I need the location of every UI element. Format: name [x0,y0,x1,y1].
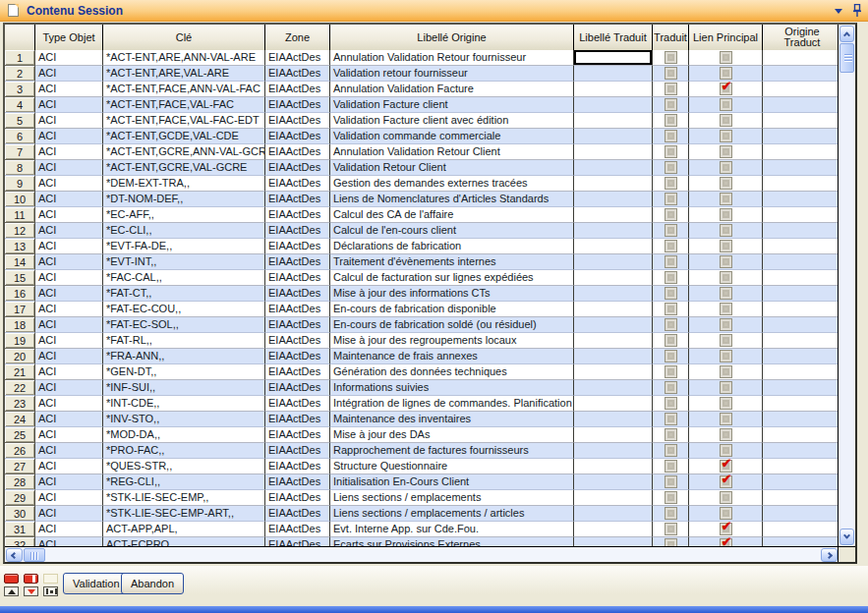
cell-cle[interactable]: *ACT-ENT,FACE,ANN-VAL-FAC [103,82,265,97]
cell-libelle-traduit[interactable] [574,349,653,364]
cell-cle[interactable]: *FRA-ANN,, [103,349,265,364]
cell-zone[interactable]: EIAActDes [265,160,330,176]
cell-type-objet[interactable]: ACI [35,506,103,522]
row-number[interactable]: 27 [5,459,35,474]
cell-origine-traduct[interactable] [763,66,838,82]
row-number[interactable]: 15 [5,270,35,286]
row-number[interactable]: 11 [5,207,35,223]
cell-cle[interactable]: ACT-ECPRO [103,537,265,546]
cell-zone[interactable]: EIAActDes [265,254,330,270]
cell-libelle-origine[interactable]: Annulation Validation Facture [330,82,574,97]
header-cle[interactable]: Clé [103,25,265,50]
cell-libelle-traduit[interactable] [574,490,653,506]
cell-zone[interactable]: EIAActDes [265,443,330,459]
cell-libelle-traduit[interactable] [574,537,653,546]
row-number[interactable]: 9 [5,176,35,192]
cell-libelle-traduit[interactable] [574,286,653,302]
cell-type-objet[interactable]: ACI [35,459,103,474]
lien-principal-checkbox[interactable] [720,460,732,473]
cell-libelle-origine[interactable]: Validation Retour Client [330,160,574,176]
row-number[interactable]: 6 [5,129,35,144]
cell-type-objet[interactable]: ACI [35,474,103,490]
cell-zone[interactable]: EIAActDes [265,522,330,537]
cell-libelle-origine[interactable]: Structure Questionnaire [330,459,574,474]
cell-type-objet[interactable]: ACI [35,286,103,302]
cell-libelle-traduit[interactable] [574,66,653,82]
cell-origine-traduct[interactable] [763,474,838,490]
row-number[interactable]: 21 [5,364,35,380]
lien-principal-checkbox[interactable] [720,130,732,142]
cell-origine-traduct[interactable] [763,302,838,317]
cell-libelle-traduit[interactable] [574,380,653,396]
cell-libelle-origine[interactable]: Informations suivies [330,380,574,396]
cell-type-objet[interactable]: ACI [35,412,103,427]
row-number[interactable]: 14 [5,254,35,270]
cell-cle[interactable]: *INV-STO,, [103,412,265,427]
scroll-down-button[interactable] [839,529,854,545]
cell-libelle-traduit[interactable] [574,113,653,129]
cell-zone[interactable]: EIAActDes [265,223,330,239]
traduit-checkbox[interactable] [665,224,677,237]
cell-libelle-traduit[interactable] [574,82,653,97]
cell-zone[interactable]: EIAActDes [265,270,330,286]
cell-libelle-traduit[interactable] [574,333,653,349]
cell-origine-traduct[interactable] [763,286,838,302]
cell-type-objet[interactable]: ACI [35,537,103,546]
cell-type-objet[interactable]: ACI [35,427,103,443]
row-number[interactable]: 24 [5,412,35,427]
cell-zone[interactable]: EIAActDes [265,474,330,490]
scroll-right-button[interactable] [821,548,838,562]
cell-cle[interactable]: *FAT-EC-SOL,, [103,317,265,333]
cell-type-objet[interactable]: ACI [35,443,103,459]
traduit-checkbox[interactable] [665,130,677,142]
row-number[interactable]: 13 [5,239,35,254]
cell-zone[interactable]: EIAActDes [265,239,330,254]
cell-cle[interactable]: *PRO-FAC,, [103,443,265,459]
cell-origine-traduct[interactable] [763,50,838,66]
vertical-scroll-track[interactable] [839,73,855,528]
row-number[interactable]: 1 [5,50,35,66]
cell-libelle-traduit[interactable] [574,223,653,239]
traduit-checkbox[interactable] [665,444,677,457]
cell-zone[interactable]: EIAActDes [265,66,330,82]
cell-type-objet[interactable]: ACI [35,317,103,333]
cell-zone[interactable]: EIAActDes [265,302,330,317]
cell-cle[interactable]: *ACT-ENT,ARE,VAL-ARE [103,66,265,82]
cell-libelle-traduit[interactable] [574,97,653,113]
cell-origine-traduct[interactable] [763,270,838,286]
cell-origine-traduct[interactable] [763,160,838,176]
traduit-checkbox[interactable] [665,303,677,315]
nav-page-up-button[interactable] [24,574,38,584]
cell-libelle-origine[interactable]: Validation commande commerciale [330,129,574,144]
cell-cle[interactable]: *MOD-DA,, [103,427,265,443]
cell-origine-traduct[interactable] [763,412,838,427]
lien-principal-checkbox[interactable] [720,98,732,111]
horizontal-scroll-thumb[interactable] [24,548,45,562]
cell-zone[interactable]: EIAActDes [265,537,330,546]
cell-origine-traduct[interactable] [763,443,838,459]
cell-libelle-origine[interactable]: Génération des données techniques [330,364,574,380]
cell-libelle-origine[interactable]: Traitement d'évènements internes [330,254,574,270]
traduit-checkbox[interactable] [665,507,677,520]
cell-libelle-origine[interactable]: Calcul de l'en-cours client [330,223,574,239]
cell-libelle-origine[interactable]: Calcul des CA de l'affaire [330,207,574,223]
cell-origine-traduct[interactable] [763,97,838,113]
cell-libelle-traduit[interactable] [574,302,653,317]
cell-libelle-origine[interactable]: Annulation Validation Retour fournisseur [330,50,574,66]
cell-cle[interactable]: *EVT-INT,, [103,254,265,270]
cell-libelle-origine[interactable]: En-cours de fabrication disponible [330,302,574,317]
scroll-up-button[interactable] [839,26,854,42]
cell-type-objet[interactable]: ACI [35,192,103,207]
cell-cle[interactable]: *DEM-EXT-TRA,, [103,176,265,192]
cell-cle[interactable]: *DT-NOM-DEF,, [103,192,265,207]
traduit-checkbox[interactable] [665,475,677,488]
cell-cle[interactable]: *ACT-ENT,GCRE,VAL-GCRE [103,160,265,176]
cell-cle[interactable]: *FAT-EC-COU,, [103,302,265,317]
cell-type-objet[interactable]: ACI [35,522,103,537]
cell-libelle-origine[interactable]: Liens de Nomenclatures d'Articles Standa… [330,192,574,207]
nav-previous-record-button[interactable] [4,586,19,596]
cell-type-objet[interactable]: ACI [35,113,103,129]
traduit-checkbox[interactable] [665,193,677,205]
cell-libelle-traduit[interactable] [574,270,653,286]
cell-type-objet[interactable]: ACI [35,144,103,160]
